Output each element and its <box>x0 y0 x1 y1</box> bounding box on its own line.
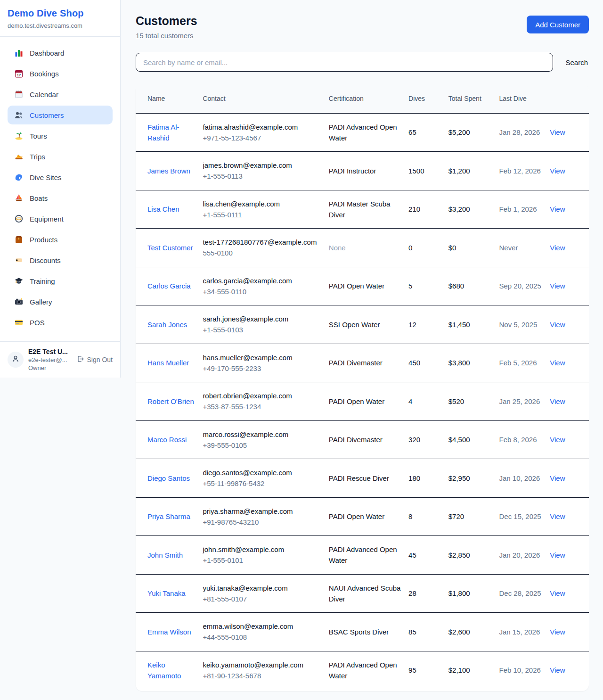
customer-name-link[interactable]: Lisa Chen <box>147 205 179 213</box>
customer-certification-cell: PADI Open Water <box>329 382 408 421</box>
credit-card-icon <box>14 318 24 327</box>
customer-dives-cell: 0 <box>408 229 448 267</box>
sidebar-item-products[interactable]: Products <box>8 230 113 249</box>
sidebar-item-equipment[interactable]: Equipment <box>8 209 113 228</box>
view-link[interactable]: View <box>550 167 565 175</box>
customer-view-cell: View <box>550 267 589 305</box>
customer-name-link[interactable]: Hans Mueller <box>147 359 189 367</box>
spiral-calendar-icon <box>14 90 24 99</box>
customer-phone: +1-555-0101 <box>203 555 323 566</box>
sidebar-item-pos[interactable]: POS <box>8 313 113 332</box>
sidebar-item-training[interactable]: Training <box>8 272 113 290</box>
view-link[interactable]: View <box>550 282 565 290</box>
tag-icon <box>14 255 24 265</box>
sidebar-item-discounts[interactable]: Discounts <box>8 251 113 270</box>
sidebar-item-gallery[interactable]: Gallery <box>8 292 113 311</box>
sidebar-item-customers[interactable]: Customers <box>8 106 113 124</box>
customer-name-link[interactable]: Priya Sharma <box>147 512 190 520</box>
view-link[interactable]: View <box>550 666 565 674</box>
sidebar-item-trips[interactable]: Trips <box>8 147 113 166</box>
customer-name-link[interactable]: Emma Wilson <box>147 628 191 636</box>
customer-name-link[interactable]: Yuki Tanaka <box>147 589 186 597</box>
customer-email: emma.wilson@example.com <box>203 621 323 632</box>
customer-name-link[interactable]: James Brown <box>147 167 190 175</box>
customer-name-cell: Fatima Al-Rashid <box>136 113 203 152</box>
view-link[interactable]: View <box>550 205 565 213</box>
customer-total-spent-cell: $5,200 <box>448 113 499 152</box>
customer-contact-cell: keiko.yamamoto@example.com+81-90-1234-56… <box>203 651 328 689</box>
view-link[interactable]: View <box>550 436 565 444</box>
view-link[interactable]: View <box>550 128 565 136</box>
customer-name-link[interactable]: Diego Santos <box>147 474 190 482</box>
customer-name-link[interactable]: Robert O'Brien <box>147 397 194 405</box>
customer-phone: +971-55-123-4567 <box>203 132 323 143</box>
search-button[interactable]: Search <box>564 56 589 69</box>
customer-certification-cell: PADI Advanced Open Water <box>329 651 408 689</box>
search-bar: Search <box>136 53 589 72</box>
avatar <box>8 352 24 368</box>
customer-certification-cell: PADI Advanced Open Water <box>329 536 408 575</box>
customer-certification: BSAC Sports Diver <box>329 628 389 636</box>
customer-name-link[interactable]: Marco Rossi <box>147 436 187 444</box>
customer-contact-cell: sarah.jones@example.com+1-555-0103 <box>203 305 328 344</box>
view-link[interactable]: View <box>550 512 565 520</box>
sidebar: Demo Dive Shop demo.test.divestreams.com… <box>0 0 121 378</box>
sidebar-item-boats[interactable]: Boats <box>8 189 113 207</box>
customer-email: keiko.yamamoto@example.com <box>203 659 323 670</box>
view-link[interactable]: View <box>550 244 565 252</box>
customer-name-link[interactable]: Keiko Yamamoto <box>147 661 181 680</box>
customers-table-card: NameContactCertificationDivesTotal Spent… <box>136 84 589 691</box>
sidebar-item-label: Boats <box>30 194 48 202</box>
sidebar-item-calendar[interactable]: Calendar <box>8 85 113 104</box>
view-link[interactable]: View <box>550 551 565 559</box>
sidebar-item-dive-sites[interactable]: Dive Sites <box>8 168 113 187</box>
view-link[interactable]: View <box>550 474 565 482</box>
customer-name-link[interactable]: Carlos Garcia <box>147 282 191 290</box>
sign-out-button[interactable]: Sign Out <box>76 355 113 364</box>
table-row: John Smithjohn.smith@example.com+1-555-0… <box>136 536 589 575</box>
sidebar-item-bookings[interactable]: 17Bookings <box>8 64 113 83</box>
sidebar-item-dashboard[interactable]: Dashboard <box>8 43 113 62</box>
view-link[interactable]: View <box>550 321 565 329</box>
customer-dives-cell: 4 <box>408 382 448 421</box>
customer-name-link[interactable]: Fatima Al-Rashid <box>147 123 179 142</box>
sidebar-item-tours[interactable]: Tours <box>8 126 113 145</box>
add-customer-button[interactable]: Add Customer <box>527 16 589 33</box>
customer-email: sarah.jones@example.com <box>203 313 323 324</box>
customer-view-cell: View <box>550 229 589 267</box>
view-link[interactable]: View <box>550 359 565 367</box>
customer-name-cell: James Brown <box>136 152 203 190</box>
customer-name-cell: Hans Mueller <box>136 344 203 382</box>
customer-certification: None <box>329 244 346 252</box>
customer-dives-cell: 28 <box>408 574 448 613</box>
person-icon <box>11 354 20 365</box>
customer-phone: +1-555-0113 <box>203 171 323 181</box>
customer-view-cell: View <box>550 382 589 421</box>
view-link[interactable]: View <box>550 628 565 636</box>
customer-phone: +81-555-0107 <box>203 593 323 604</box>
customer-name-link[interactable]: John Smith <box>147 551 183 559</box>
customer-certification: PADI Rescue Diver <box>329 474 389 482</box>
page-title: Customers <box>136 14 197 28</box>
view-link[interactable]: View <box>550 589 565 597</box>
customer-dives-cell: 45 <box>408 536 448 575</box>
customer-phone: +44-555-0108 <box>203 632 323 642</box>
column-header-total-spent: Total Spent <box>448 84 499 113</box>
table-row: James Brownjames.brown@example.com+1-555… <box>136 152 589 190</box>
customer-view-cell: View <box>550 305 589 344</box>
customer-name-cell: Yuki Tanaka <box>136 574 203 613</box>
customer-last-dive-cell: Feb 12, 2026 <box>499 152 550 190</box>
view-link[interactable]: View <box>550 397 565 405</box>
customer-name-link[interactable]: Sarah Jones <box>147 321 187 329</box>
search-input[interactable] <box>136 53 553 72</box>
customer-last-dive-cell: Jan 25, 2026 <box>499 382 550 421</box>
customer-dives-cell: 210 <box>408 190 448 229</box>
customer-contact-cell: yuki.tanaka@example.com+81-555-0107 <box>203 574 328 613</box>
customer-name-link[interactable]: Test Customer <box>147 244 193 252</box>
customer-dives-cell: 85 <box>408 613 448 651</box>
table-row: Fatima Al-Rashidfatima.alrashid@example.… <box>136 113 589 152</box>
customer-contact-cell: marco.rossi@example.com+39-555-0105 <box>203 420 328 459</box>
customer-contact-cell: james.brown@example.com+1-555-0113 <box>203 152 328 190</box>
customer-name-cell: Sarah Jones <box>136 305 203 344</box>
customer-view-cell: View <box>550 613 589 651</box>
